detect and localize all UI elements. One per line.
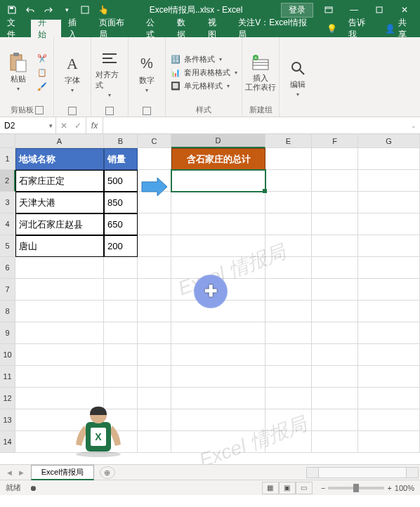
cell-B3[interactable]: 850 [104,192,138,213]
row-header-6[interactable]: 6 [0,257,15,279]
ribbon-display-button[interactable] [316,0,341,20]
cell-G5[interactable] [358,235,420,257]
row-header-14[interactable]: 14 [0,431,15,453]
select-all-cell[interactable] [0,134,15,148]
macro-record-button[interactable]: ⏺ [29,484,37,492]
cell-C11[interactable] [138,366,171,388]
cell-D4[interactable] [171,213,265,235]
col-header-G[interactable]: G [358,134,420,148]
cell-B2[interactable]: 500 [104,170,138,192]
cell-G13[interactable] [358,409,420,431]
col-header-D[interactable]: D [171,134,265,148]
cell-A8[interactable] [15,301,104,322]
cell-D14[interactable] [171,431,265,453]
cell-C4[interactable] [138,213,171,235]
zoom-in-button[interactable]: + [387,484,391,492]
cell-G12[interactable] [358,388,420,409]
formula-input[interactable] [103,117,407,133]
cell-B6[interactable] [104,257,138,279]
col-header-E[interactable]: E [265,134,312,148]
edit-dropdown[interactable]: 编辑 ▾ [284,58,312,98]
new-sheet-button[interactable]: ⊕ [100,466,115,479]
copy-button[interactable]: 📋 [35,66,49,79]
enter-formula-button[interactable]: ✓ [74,121,81,131]
page-break-view-button[interactable]: ▭ [296,482,313,494]
cell-F3[interactable] [312,192,358,213]
cell-F1[interactable] [312,148,358,170]
qat-dropdown[interactable]: ▾ [59,2,74,18]
worksheet-grid[interactable]: 1234567891011121314 ABCDEFG 地域名称销量含石家庄的总… [0,134,420,464]
cell-G4[interactable] [358,213,420,235]
cell-D12[interactable] [171,388,265,409]
expand-formula-bar[interactable]: ⌄ [407,117,420,133]
cell-C14[interactable] [138,431,171,453]
number-dropdown[interactable]: % 数字 ▾ [133,54,161,93]
zoom-level[interactable]: 100% [395,484,414,492]
namebox-dropdown-icon[interactable]: ▾ [49,122,53,129]
number-launcher[interactable] [143,107,151,115]
save-button[interactable] [4,2,20,18]
row-header-7[interactable]: 7 [0,279,15,301]
cell-B1[interactable]: 销量 [104,148,138,170]
cell-E2[interactable] [265,170,312,192]
cell-F7[interactable] [312,279,358,301]
login-button[interactable]: 登录 [281,3,313,18]
name-box[interactable]: D2 ▾ [0,117,56,133]
col-header-F[interactable]: F [312,134,358,148]
tab-layout[interactable]: 页面布局 [92,20,139,37]
cell-A10[interactable] [15,344,104,366]
col-header-C[interactable]: C [138,134,171,148]
tab-insert[interactable]: 插入 [61,20,92,37]
cell-G6[interactable] [358,257,420,279]
qat-custom-button[interactable] [77,2,93,18]
cell-E6[interactable] [265,257,312,279]
row-header-8[interactable]: 8 [0,301,15,322]
cell-F9[interactable] [312,322,358,344]
cell-G8[interactable] [358,301,420,322]
row-header-12[interactable]: 12 [0,388,15,409]
row-header-11[interactable]: 11 [0,366,15,388]
cell-E8[interactable] [265,301,312,322]
cell-C6[interactable] [138,257,171,279]
cell-A3[interactable]: 天津大港 [15,192,104,213]
cell-C5[interactable] [138,235,171,257]
cell-B8[interactable] [104,301,138,322]
sheet-tab-active[interactable]: Excel情报局 [31,465,94,480]
format-painter-button[interactable]: 🖌️ [35,80,49,93]
row-header-9[interactable]: 9 [0,322,15,344]
cell-G14[interactable] [358,431,420,453]
cell-E4[interactable] [265,213,312,235]
tab-home[interactable]: 开始 [31,20,62,37]
sheet-nav-first[interactable]: ◄ [6,468,13,477]
cell-A2[interactable]: 石家庄正定 [15,170,104,192]
cell-G2[interactable] [358,170,420,192]
row-header-10[interactable]: 10 [0,344,15,366]
touch-mode-button[interactable]: 👆 [96,2,111,18]
cell-D11[interactable] [171,366,265,388]
cell-D3[interactable] [171,192,265,213]
cell-F12[interactable] [312,388,358,409]
cell-D2[interactable] [171,170,265,192]
cell-C7[interactable] [138,279,171,301]
row-header-2[interactable]: 2 [0,170,15,192]
cell-D13[interactable] [171,409,265,431]
fx-button[interactable]: fx [86,117,103,133]
cell-D9[interactable] [171,322,265,344]
cell-E12[interactable] [265,388,312,409]
cell-E9[interactable] [265,322,312,344]
cell-C10[interactable] [138,344,171,366]
cell-G1[interactable] [358,148,420,170]
sheet-nav-last[interactable]: ► [18,468,25,477]
cell-F2[interactable] [312,170,358,192]
cell-F5[interactable] [312,235,358,257]
cell-F11[interactable] [312,366,358,388]
cell-E14[interactable] [265,431,312,453]
clipboard-launcher[interactable] [35,106,44,114]
row-header-13[interactable]: 13 [0,409,15,431]
cell-A11[interactable] [15,366,104,388]
cell-G10[interactable] [358,344,420,366]
paste-button[interactable]: 粘贴 ▾ [4,53,32,92]
zoom-thumb[interactable] [353,484,359,492]
cell-B5[interactable]: 200 [104,235,138,257]
cell-C13[interactable] [138,409,171,431]
